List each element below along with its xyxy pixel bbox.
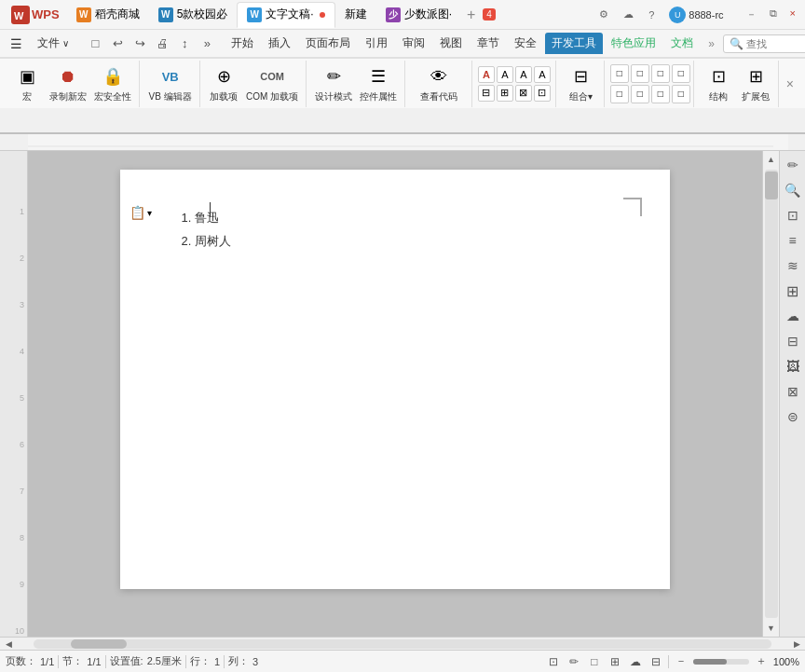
rs-btn-circle[interactable]: ⊜ bbox=[781, 405, 805, 429]
rs-btn-table[interactable]: ⊞ bbox=[781, 279, 805, 303]
text-btn-g[interactable]: ⊠ bbox=[515, 85, 532, 102]
zoom-plus-btn[interactable]: ＋ bbox=[753, 653, 770, 670]
small-btn-6[interactable]: □ bbox=[631, 85, 649, 103]
viewcode-btn[interactable]: 👁 查看代码 bbox=[416, 62, 461, 105]
tab-yinyong[interactable]: 引用 bbox=[359, 33, 394, 54]
wps-logo[interactable]: W WPS bbox=[4, 4, 67, 26]
rs-btn-pencil[interactable]: ✏ bbox=[781, 153, 805, 177]
toolbar-more[interactable]: » bbox=[197, 34, 217, 54]
tab-yemian[interactable]: 页面布局 bbox=[299, 33, 357, 54]
status-icon-edit[interactable]: ✏ bbox=[566, 653, 582, 670]
small-btn-7[interactable]: □ bbox=[651, 85, 670, 103]
design-btn[interactable]: ✏ 设计模式 bbox=[311, 62, 356, 105]
scrollbar-right[interactable]: ▲ ▼ bbox=[762, 151, 779, 637]
text-btn-e[interactable]: ⊟ bbox=[478, 85, 495, 102]
toolbar-format[interactable]: ↕ bbox=[174, 34, 195, 54]
tab-kaishi[interactable]: 开始 bbox=[225, 33, 260, 54]
viewcode-label: 查看代码 bbox=[420, 90, 457, 103]
tab-xinjian[interactable]: 新建 bbox=[335, 2, 376, 28]
struct-btn[interactable]: ⊡ 结构 bbox=[700, 62, 737, 105]
rs-btn-lines[interactable]: ≡ bbox=[781, 228, 805, 253]
toolbar-print[interactable]: 🖨 bbox=[152, 34, 172, 54]
toolbar-redo[interactable]: ↪ bbox=[130, 34, 150, 54]
rs-btn-chart[interactable]: ≋ bbox=[781, 254, 805, 278]
minimize-btn[interactable]: － bbox=[741, 6, 762, 23]
tab-tese[interactable]: 特色应用 bbox=[605, 33, 662, 54]
text-btn-c[interactable]: A bbox=[515, 66, 532, 83]
sync-icon[interactable]: ☁ bbox=[618, 7, 639, 22]
security-btn[interactable]: 🔒 宏安全性 bbox=[90, 62, 135, 105]
help-btn[interactable]: ? bbox=[643, 7, 660, 22]
text-btn-f[interactable]: ⊞ bbox=[497, 85, 513, 102]
text-btn-h[interactable]: ⊡ bbox=[534, 85, 551, 102]
close-btn[interactable]: × bbox=[785, 6, 801, 23]
menu-icon[interactable]: ☰ bbox=[4, 34, 29, 54]
tab-more[interactable]: » bbox=[702, 34, 721, 53]
record-btn[interactable]: ⏺ 录制新宏 bbox=[46, 62, 90, 105]
restore-btn[interactable]: ⧉ bbox=[764, 6, 783, 23]
rs-btn-x[interactable]: ⊠ bbox=[781, 379, 805, 404]
scroll-area[interactable]: 📋 ▾ 鲁迅 周树人 bbox=[28, 151, 762, 637]
text-btn-d[interactable]: A bbox=[534, 66, 551, 83]
tab-wendang[interactable]: 文档 bbox=[664, 33, 700, 54]
addon-label: 加载项 bbox=[210, 90, 238, 103]
small-btn-3[interactable]: □ bbox=[651, 64, 670, 83]
vb-btn[interactable]: VB VB 编辑器 bbox=[145, 62, 196, 105]
tab-plus[interactable]: + bbox=[461, 7, 481, 23]
hscroll-left-btn[interactable]: ◀ bbox=[0, 638, 17, 651]
tab-zhangjie[interactable]: 章节 bbox=[471, 33, 506, 54]
text-btn-b[interactable]: A bbox=[497, 66, 513, 83]
addon-btn[interactable]: ⊕ 加载项 bbox=[205, 62, 242, 105]
corner-mark bbox=[623, 198, 642, 216]
tab-caokechangcheng[interactable]: W 稻壳商城 bbox=[67, 2, 149, 28]
paste-widget[interactable]: 📋 ▾ bbox=[130, 205, 152, 220]
search-input[interactable] bbox=[746, 38, 802, 49]
expand-btn[interactable]: ⊞ 扩展包 bbox=[737, 62, 774, 105]
scrollbar-thumb[interactable] bbox=[765, 171, 778, 199]
zoom-minus-btn[interactable]: － bbox=[673, 653, 689, 670]
small-btn-2[interactable]: □ bbox=[631, 64, 649, 83]
status-icon-grid[interactable]: ⊞ bbox=[607, 653, 623, 670]
tab-shenyue[interactable]: 审阅 bbox=[396, 33, 431, 54]
user-info[interactable]: U 8888-rc bbox=[663, 7, 729, 23]
rs-btn-search[interactable]: 🔍 bbox=[781, 178, 805, 202]
rs-btn-minus[interactable]: ⊟ bbox=[781, 329, 805, 353]
combine-btn[interactable]: ⊟ 组合▾ bbox=[563, 62, 600, 105]
tab-5xiaoyuan[interactable]: W 5款校园必 bbox=[149, 2, 238, 28]
search-box[interactable]: 🔍 bbox=[723, 34, 805, 53]
tab-wenziwengao[interactable]: W 文字文稿· bbox=[237, 2, 334, 28]
macro-btn[interactable]: ▣ 宏 bbox=[8, 62, 46, 105]
scroll-up-btn[interactable]: ▲ bbox=[763, 151, 780, 168]
settings-icon[interactable]: ⚙ bbox=[594, 7, 614, 22]
ribbon-close-btn[interactable]: × bbox=[781, 75, 799, 93]
com-btn[interactable]: COM COM 加载项 bbox=[242, 62, 302, 105]
rs-btn-cloud[interactable]: ☁ bbox=[781, 304, 805, 328]
ribbon-group-vb: VB VB 编辑器 bbox=[142, 61, 200, 107]
status-icon-minus[interactable]: ⊟ bbox=[648, 653, 664, 670]
status-icon-cloud[interactable]: ☁ bbox=[627, 653, 644, 670]
hscroll-right-btn[interactable]: ▶ bbox=[788, 638, 805, 651]
small-btn-1[interactable]: □ bbox=[610, 64, 629, 83]
document-content[interactable]: 鲁迅 周树人 bbox=[176, 207, 614, 253]
prop-btn[interactable]: ☰ 控件属性 bbox=[356, 62, 401, 105]
hscrollbar[interactable]: ◀ ▶ bbox=[0, 637, 805, 650]
toolbar-save[interactable]: □ bbox=[85, 34, 105, 54]
tab-anquan[interactable]: 安全 bbox=[508, 33, 543, 54]
tab-shitu[interactable]: 视图 bbox=[433, 33, 469, 54]
status-icon-view[interactable]: ⊡ bbox=[545, 653, 562, 670]
rs-btn-image[interactable]: 🖼 bbox=[781, 354, 805, 378]
file-menu[interactable]: 文件 ∨ bbox=[31, 33, 75, 54]
tab-kaifa[interactable]: 开发工具 bbox=[545, 33, 603, 54]
small-btn-8[interactable]: □ bbox=[672, 85, 690, 103]
small-btn-5[interactable]: □ bbox=[610, 85, 629, 103]
scroll-down-btn[interactable]: ▼ bbox=[763, 620, 780, 637]
toolbar-undo[interactable]: ↩ bbox=[107, 34, 128, 54]
rs-btn-grid[interactable]: ⊡ bbox=[781, 203, 805, 227]
hscroll-thumb[interactable] bbox=[71, 639, 127, 649]
text-btn-a[interactable]: A bbox=[478, 66, 495, 83]
tab-shaoshupai[interactable]: 少 少数派图· bbox=[376, 2, 461, 28]
status-icon-window[interactable]: □ bbox=[586, 653, 603, 670]
small-btn-4[interactable]: □ bbox=[672, 64, 690, 83]
tab-charu[interactable]: 插入 bbox=[262, 33, 297, 54]
zoom-slider[interactable] bbox=[693, 659, 749, 665]
